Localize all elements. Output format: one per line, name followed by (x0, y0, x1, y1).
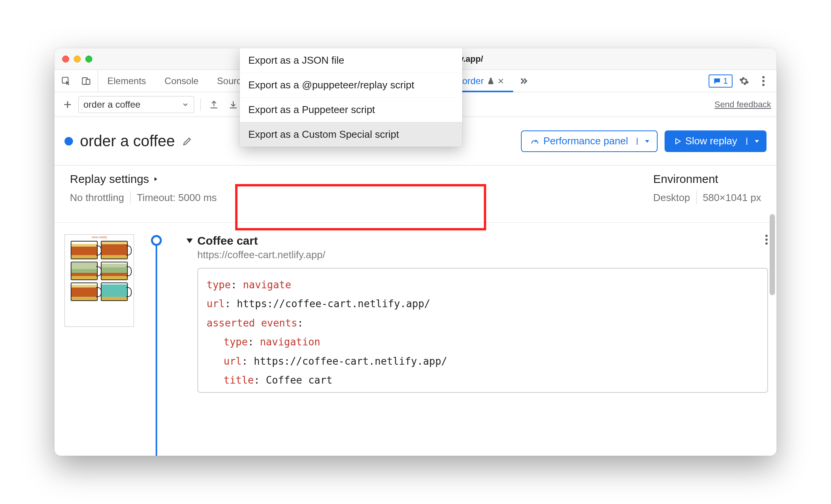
svg-rect-2 (86, 79, 90, 84)
code-value: Coffee cart (266, 374, 332, 386)
play-icon (674, 137, 682, 145)
code-key: asserted events (207, 317, 297, 329)
code-value: navigation (260, 336, 321, 348)
new-recording-button[interactable] (60, 100, 75, 110)
code-key: url (207, 298, 225, 310)
environment-dimensions: 580×1041 px (703, 192, 761, 204)
upload-icon (209, 100, 219, 110)
recording-subheader: Replay settings No throttling Timeout: 5… (54, 166, 777, 223)
environment-label: Environment (653, 173, 718, 186)
code-key: title (224, 374, 254, 386)
code-value: navigate (243, 279, 291, 291)
page-thumbnail: menu cart(0) (64, 234, 134, 327)
issues-badge[interactable]: 1 (709, 74, 733, 88)
close-window-button[interactable] (62, 56, 69, 63)
replay-settings-label: Replay settings (70, 173, 149, 186)
svg-point-3 (762, 76, 765, 78)
divider (130, 191, 131, 204)
divider (200, 98, 201, 111)
slow-replay-button[interactable]: Slow replay (665, 130, 767, 152)
settings-button[interactable] (736, 73, 752, 89)
triangle-down-icon (753, 138, 760, 145)
step-card: Coffee cart https://coffee-cart.netlify.… (187, 234, 768, 393)
slow-replay-split[interactable] (746, 138, 767, 145)
pencil-icon (182, 136, 193, 147)
traffic-lights (62, 56, 92, 63)
timeout-value: Timeout: 5000 ms (137, 192, 217, 204)
button-label: Performance panel (543, 135, 628, 147)
tab-label: Console (165, 76, 198, 86)
code-key: type (224, 336, 248, 348)
svg-point-6 (765, 235, 768, 237)
gear-icon (739, 76, 749, 86)
kebab-icon (762, 76, 765, 86)
recording-selector-label: order a coffee (83, 99, 141, 110)
device-toolbar-icon[interactable] (78, 73, 94, 89)
issues-count: 1 (723, 76, 728, 86)
inspect-element-icon[interactable] (58, 73, 74, 89)
code-key: url (224, 355, 242, 367)
message-icon (713, 77, 721, 85)
chevron-double-right-icon (519, 76, 529, 86)
svg-point-8 (765, 242, 768, 245)
performance-panel-split[interactable] (637, 138, 657, 145)
tab-elements[interactable]: Elements (98, 70, 155, 92)
code-value: https://coffee-cart.netlify.app/ (254, 355, 447, 367)
download-icon (228, 100, 238, 110)
close-icon[interactable] (498, 78, 504, 84)
triangle-down-icon (187, 238, 193, 243)
kebab-icon (765, 234, 768, 245)
devtools-window: DevTools - coffee-cart.netlify.app/ Elem… (54, 48, 777, 456)
button-label: Slow replay (685, 135, 737, 147)
step-title: Coffee cart (197, 234, 258, 247)
timeline-line (156, 240, 157, 456)
svg-point-5 (762, 84, 765, 86)
more-tabs-button[interactable] (513, 70, 534, 92)
step-details: type: navigate url: https://coffee-cart.… (197, 268, 768, 393)
export-puppeteer-replay-item[interactable]: Export as a @puppeteer/replay script (240, 73, 462, 97)
tab-console[interactable]: Console (155, 70, 208, 92)
import-button[interactable] (226, 97, 241, 112)
timeline-dot (151, 235, 162, 246)
zoom-window-button[interactable] (85, 56, 92, 63)
flask-icon (487, 77, 495, 85)
recording-dot-icon (64, 137, 73, 145)
export-puppeteer-item[interactable]: Export as a Puppeteer script (240, 97, 462, 122)
more-menu-button[interactable] (756, 73, 771, 89)
replay-settings-header[interactable]: Replay settings (70, 173, 217, 186)
rename-button[interactable] (182, 136, 193, 147)
performance-panel-button[interactable]: Performance panel (521, 130, 658, 152)
code-key: type (207, 279, 231, 291)
export-menu: Export as a JSON file Export as a @puppe… (240, 48, 462, 147)
step-url: https://coffee-cart.netlify.app/ (197, 249, 768, 261)
chevron-down-icon (181, 101, 189, 108)
svg-point-7 (765, 238, 768, 241)
triangle-down-icon (644, 138, 651, 145)
code-value: https://coffee-cart.netlify.app/ (237, 298, 430, 310)
recording-body: menu cart(0) (54, 223, 777, 456)
step-menu-button[interactable] (765, 234, 768, 245)
recording-header: order a coffee Performance panel Slow re… (54, 117, 777, 166)
recording-selector[interactable]: order a coffee (78, 96, 194, 113)
step-header[interactable]: Coffee cart (187, 234, 768, 247)
svg-point-4 (762, 80, 765, 82)
environment-device: Desktop (653, 192, 690, 204)
send-feedback-link[interactable]: Send feedback (714, 100, 771, 110)
export-button[interactable] (206, 97, 222, 112)
tab-label: Elements (107, 76, 146, 86)
gauge-icon (530, 137, 539, 146)
export-custom-special-item[interactable]: Export as a Custom Special script (240, 122, 462, 147)
recording-name: order a coffee (80, 132, 175, 150)
divider (696, 191, 697, 204)
triangle-right-icon (153, 176, 158, 183)
recording-steps: Coffee cart https://coffee-cart.netlify.… (134, 223, 777, 456)
throttling-value: No throttling (70, 192, 124, 204)
export-json-item[interactable]: Export as a JSON file (240, 48, 462, 73)
minimize-window-button[interactable] (74, 56, 81, 63)
scrollbar-thumb[interactable] (770, 214, 775, 295)
